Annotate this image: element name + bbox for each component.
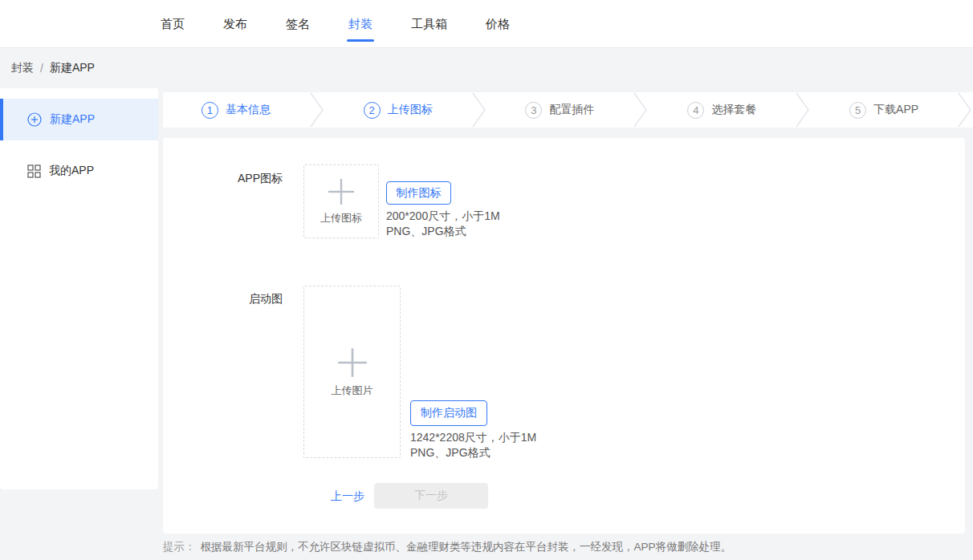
splash-image-label: 启动图: [163, 292, 283, 306]
step-download-app: 5 下载APP: [811, 92, 957, 128]
step-chevron-icon: [957, 92, 973, 128]
step-chevron-icon: [309, 92, 325, 128]
step-number: 5: [849, 102, 866, 119]
upload-icon-text: 上传图标: [320, 211, 362, 225]
step-number: 2: [364, 102, 381, 119]
main-panel: APP图标 上传图标 制作图标 200*200尺寸，小于1M PNG、JPG格式…: [163, 138, 965, 534]
breadcrumb-parent[interactable]: 封装: [11, 61, 34, 75]
step-basic-info: 1 基本信息: [163, 92, 309, 128]
step-upload-icon: 2 上传图标: [325, 92, 471, 128]
step-chevron-icon: [471, 92, 487, 128]
app-icon-hint: 200*200尺寸，小于1M PNG、JPG格式: [386, 209, 500, 239]
nav-item-package[interactable]: 封装: [348, 15, 373, 33]
page: 首页 发布 签名 封装 工具箱 价格 封装 / 新建APP 新建APP: [0, 0, 973, 560]
previous-step-link[interactable]: 上一步: [331, 489, 364, 504]
app-icon-hint-format: PNG、JPG格式: [386, 224, 500, 239]
notice-text: 根据最新平台规则，不允许区块链虚拟币、金融理财类等违规内容在平台封装，一经发现，…: [201, 540, 732, 554]
make-splash-button[interactable]: 制作启动图: [410, 400, 487, 426]
breadcrumb-separator: /: [40, 62, 43, 75]
app-icon-label: APP图标: [163, 172, 283, 186]
notice-prefix: 提示：: [163, 540, 196, 554]
sidebar-item-label: 新建APP: [50, 112, 95, 127]
step-label: 配置插件: [549, 103, 594, 117]
nav-item-sign[interactable]: 签名: [286, 15, 310, 33]
splash-hint: 1242*2208尺寸，小于1M PNG、JPG格式: [410, 430, 536, 461]
sidebar-item-my-app[interactable]: 我的APP: [0, 152, 158, 190]
upload-image-text: 上传图片: [332, 383, 373, 398]
make-icon-button[interactable]: 制作图标: [386, 181, 451, 205]
step-wizard: 1 基本信息 2 上传图标 3 配置插件 4 选择套餐 5 下载APP: [163, 92, 973, 128]
step-chevron-icon: [795, 92, 811, 128]
step-number: 1: [202, 102, 218, 119]
breadcrumb-current: 新建APP: [50, 61, 95, 75]
nav-item-home[interactable]: 首页: [161, 15, 185, 33]
step-chevron-icon: [633, 92, 649, 128]
grid-icon: [27, 164, 41, 178]
breadcrumb: 封装 / 新建APP: [0, 48, 973, 88]
step-label: 上传图标: [388, 103, 433, 117]
step-label: 下载APP: [873, 103, 918, 117]
step-label: 基本信息: [226, 103, 271, 117]
plus-icon: [336, 347, 368, 379]
next-step-button[interactable]: 下一步: [374, 483, 488, 509]
step-label: 选择套餐: [711, 103, 756, 117]
sidebar-item-new-app[interactable]: 新建APP: [0, 99, 158, 140]
app-icon-upload-box[interactable]: 上传图标: [303, 164, 379, 238]
sidebar: 新建APP 我的APP: [0, 88, 158, 489]
step-number: 3: [525, 102, 542, 119]
footer-notice: 提示： 根据最新平台规则，不允许区块链虚拟币、金融理财类等违规内容在平台封装，一…: [163, 540, 731, 554]
splash-hint-size: 1242*2208尺寸，小于1M: [410, 430, 536, 445]
step-configure-plugins: 3 配置插件: [487, 92, 633, 128]
plus-icon: [327, 177, 356, 206]
step-number: 4: [687, 102, 704, 119]
plus-circle-icon: [27, 112, 42, 127]
nav-item-publish[interactable]: 发布: [223, 15, 247, 33]
step-choose-plan: 4 选择套餐: [649, 92, 795, 128]
splash-upload-box[interactable]: 上传图片: [303, 286, 401, 458]
nav-item-toolbox[interactable]: 工具箱: [411, 15, 447, 33]
app-icon-hint-size: 200*200尺寸，小于1M: [386, 209, 500, 224]
top-nav: 首页 发布 签名 封装 工具箱 价格: [0, 0, 973, 48]
sidebar-item-label: 我的APP: [49, 164, 94, 178]
nav-item-price[interactable]: 价格: [486, 15, 510, 33]
splash-hint-format: PNG、JPG格式: [410, 445, 536, 461]
